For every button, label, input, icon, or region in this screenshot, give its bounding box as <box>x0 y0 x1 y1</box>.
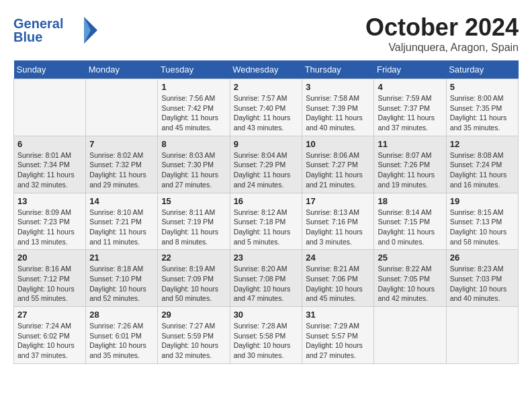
day-number: 23 <box>234 253 299 263</box>
day-number: 10 <box>306 139 370 149</box>
day-number: 5 <box>450 82 515 92</box>
day-info: Sunrise: 8:10 AM Sunset: 7:21 PM Dayligh… <box>89 208 154 247</box>
day-cell: 19Sunrise: 8:15 AM Sunset: 7:13 PM Dayli… <box>446 193 518 250</box>
day-cell: 17Sunrise: 8:13 AM Sunset: 7:16 PM Dayli… <box>302 193 374 250</box>
day-cell: 6Sunrise: 8:01 AM Sunset: 7:34 PM Daylig… <box>14 136 86 193</box>
day-info: Sunrise: 7:29 AM Sunset: 5:57 PM Dayligh… <box>306 321 370 361</box>
week-row-2: 6Sunrise: 8:01 AM Sunset: 7:34 PM Daylig… <box>14 136 519 193</box>
header-monday: Monday <box>86 60 158 79</box>
day-cell: 2Sunrise: 7:57 AM Sunset: 7:40 PM Daylig… <box>230 79 302 136</box>
logo-svg: General Blue <box>13 13 101 47</box>
day-info: Sunrise: 8:07 AM Sunset: 7:26 PM Dayligh… <box>378 150 442 190</box>
page-header: General Blue October 2024 Valjunquera, A… <box>13 13 519 54</box>
day-number: 9 <box>234 139 299 149</box>
day-cell: 16Sunrise: 8:12 AM Sunset: 7:18 PM Dayli… <box>230 193 302 250</box>
day-cell: 12Sunrise: 8:08 AM Sunset: 7:24 PM Dayli… <box>446 136 518 193</box>
day-number: 20 <box>17 253 82 263</box>
day-number: 3 <box>306 82 370 92</box>
week-row-1: 1Sunrise: 7:56 AM Sunset: 7:42 PM Daylig… <box>14 79 519 136</box>
day-cell: 31Sunrise: 7:29 AM Sunset: 5:57 PM Dayli… <box>302 307 374 364</box>
day-number: 31 <box>306 310 370 320</box>
day-cell <box>374 307 446 364</box>
location: Valjunquera, Aragon, Spain <box>365 42 519 54</box>
week-row-3: 13Sunrise: 8:09 AM Sunset: 7:23 PM Dayli… <box>14 193 519 250</box>
day-cell: 9Sunrise: 8:04 AM Sunset: 7:29 PM Daylig… <box>230 136 302 193</box>
header-thursday: Thursday <box>302 60 374 79</box>
header-tuesday: Tuesday <box>158 60 230 79</box>
day-info: Sunrise: 8:06 AM Sunset: 7:27 PM Dayligh… <box>306 150 370 190</box>
day-cell: 22Sunrise: 8:19 AM Sunset: 7:09 PM Dayli… <box>158 250 230 307</box>
day-number: 24 <box>306 253 370 263</box>
day-cell: 26Sunrise: 8:23 AM Sunset: 7:03 PM Dayli… <box>446 250 518 307</box>
header-wednesday: Wednesday <box>230 60 302 79</box>
day-number: 30 <box>234 310 299 320</box>
day-cell: 8Sunrise: 8:03 AM Sunset: 7:30 PM Daylig… <box>158 136 230 193</box>
day-number: 21 <box>89 253 154 263</box>
header-friday: Friday <box>374 60 446 79</box>
day-info: Sunrise: 8:01 AM Sunset: 7:34 PM Dayligh… <box>17 150 82 190</box>
day-number: 12 <box>450 139 515 149</box>
svg-text:General: General <box>13 16 63 31</box>
day-number: 15 <box>161 196 226 206</box>
day-cell: 7Sunrise: 8:02 AM Sunset: 7:32 PM Daylig… <box>86 136 158 193</box>
day-number: 13 <box>17 196 82 206</box>
day-info: Sunrise: 8:13 AM Sunset: 7:16 PM Dayligh… <box>306 208 370 247</box>
day-info: Sunrise: 8:11 AM Sunset: 7:19 PM Dayligh… <box>161 208 226 247</box>
day-number: 19 <box>450 196 515 206</box>
day-number: 26 <box>450 253 515 263</box>
day-cell: 25Sunrise: 8:22 AM Sunset: 7:05 PM Dayli… <box>374 250 446 307</box>
day-number: 16 <box>234 196 299 206</box>
day-info: Sunrise: 8:16 AM Sunset: 7:12 PM Dayligh… <box>17 264 82 304</box>
day-info: Sunrise: 7:59 AM Sunset: 7:37 PM Dayligh… <box>378 93 442 133</box>
day-cell: 27Sunrise: 7:24 AM Sunset: 6:02 PM Dayli… <box>14 307 86 364</box>
day-cell: 4Sunrise: 7:59 AM Sunset: 7:37 PM Daylig… <box>374 79 446 136</box>
day-number: 29 <box>161 310 226 320</box>
day-number: 6 <box>17 139 82 149</box>
title-area: October 2024 Valjunquera, Aragon, Spain <box>365 13 519 54</box>
day-cell: 10Sunrise: 8:06 AM Sunset: 7:27 PM Dayli… <box>302 136 374 193</box>
day-number: 4 <box>378 82 442 92</box>
week-row-5: 27Sunrise: 7:24 AM Sunset: 6:02 PM Dayli… <box>14 307 519 364</box>
day-cell: 13Sunrise: 8:09 AM Sunset: 7:23 PM Dayli… <box>14 193 86 250</box>
day-cell: 24Sunrise: 8:21 AM Sunset: 7:06 PM Dayli… <box>302 250 374 307</box>
day-cell: 5Sunrise: 8:00 AM Sunset: 7:35 PM Daylig… <box>446 79 518 136</box>
day-info: Sunrise: 7:57 AM Sunset: 7:40 PM Dayligh… <box>234 93 299 133</box>
day-info: Sunrise: 8:12 AM Sunset: 7:18 PM Dayligh… <box>234 208 299 247</box>
day-info: Sunrise: 8:20 AM Sunset: 7:08 PM Dayligh… <box>234 264 299 304</box>
day-cell: 20Sunrise: 8:16 AM Sunset: 7:12 PM Dayli… <box>14 250 86 307</box>
day-cell: 14Sunrise: 8:10 AM Sunset: 7:21 PM Dayli… <box>86 193 158 250</box>
day-cell: 3Sunrise: 7:58 AM Sunset: 7:39 PM Daylig… <box>302 79 374 136</box>
day-info: Sunrise: 8:18 AM Sunset: 7:10 PM Dayligh… <box>89 264 154 304</box>
day-info: Sunrise: 8:08 AM Sunset: 7:24 PM Dayligh… <box>450 150 515 190</box>
day-cell: 11Sunrise: 8:07 AM Sunset: 7:26 PM Dayli… <box>374 136 446 193</box>
day-number: 1 <box>161 82 226 92</box>
day-info: Sunrise: 8:09 AM Sunset: 7:23 PM Dayligh… <box>17 208 82 247</box>
day-cell: 15Sunrise: 8:11 AM Sunset: 7:19 PM Dayli… <box>158 193 230 250</box>
day-cell: 21Sunrise: 8:18 AM Sunset: 7:10 PM Dayli… <box>86 250 158 307</box>
day-number: 25 <box>378 253 442 263</box>
day-info: Sunrise: 7:26 AM Sunset: 6:01 PM Dayligh… <box>89 321 154 361</box>
day-info: Sunrise: 8:03 AM Sunset: 7:30 PM Dayligh… <box>161 150 226 190</box>
header-row: Sunday Monday Tuesday Wednesday Thursday… <box>14 60 519 79</box>
day-number: 14 <box>89 196 154 206</box>
day-cell: 23Sunrise: 8:20 AM Sunset: 7:08 PM Dayli… <box>230 250 302 307</box>
day-number: 17 <box>306 196 370 206</box>
day-info: Sunrise: 8:19 AM Sunset: 7:09 PM Dayligh… <box>161 264 226 304</box>
day-info: Sunrise: 8:23 AM Sunset: 7:03 PM Dayligh… <box>450 264 515 304</box>
day-cell: 28Sunrise: 7:26 AM Sunset: 6:01 PM Dayli… <box>86 307 158 364</box>
month-title: October 2024 <box>365 13 519 42</box>
day-info: Sunrise: 7:28 AM Sunset: 5:58 PM Dayligh… <box>234 321 299 361</box>
day-number: 22 <box>161 253 226 263</box>
day-info: Sunrise: 7:24 AM Sunset: 6:02 PM Dayligh… <box>17 321 82 361</box>
day-number: 27 <box>17 310 82 320</box>
day-cell <box>86 79 158 136</box>
day-number: 7 <box>89 139 154 149</box>
day-info: Sunrise: 8:15 AM Sunset: 7:13 PM Dayligh… <box>450 208 515 247</box>
day-info: Sunrise: 8:02 AM Sunset: 7:32 PM Dayligh… <box>89 150 154 190</box>
header-saturday: Saturday <box>446 60 518 79</box>
day-info: Sunrise: 7:27 AM Sunset: 5:59 PM Dayligh… <box>161 321 226 361</box>
week-row-4: 20Sunrise: 8:16 AM Sunset: 7:12 PM Dayli… <box>14 250 519 307</box>
day-number: 28 <box>89 310 154 320</box>
svg-text:Blue: Blue <box>13 30 42 44</box>
day-info: Sunrise: 8:00 AM Sunset: 7:35 PM Dayligh… <box>450 93 515 133</box>
